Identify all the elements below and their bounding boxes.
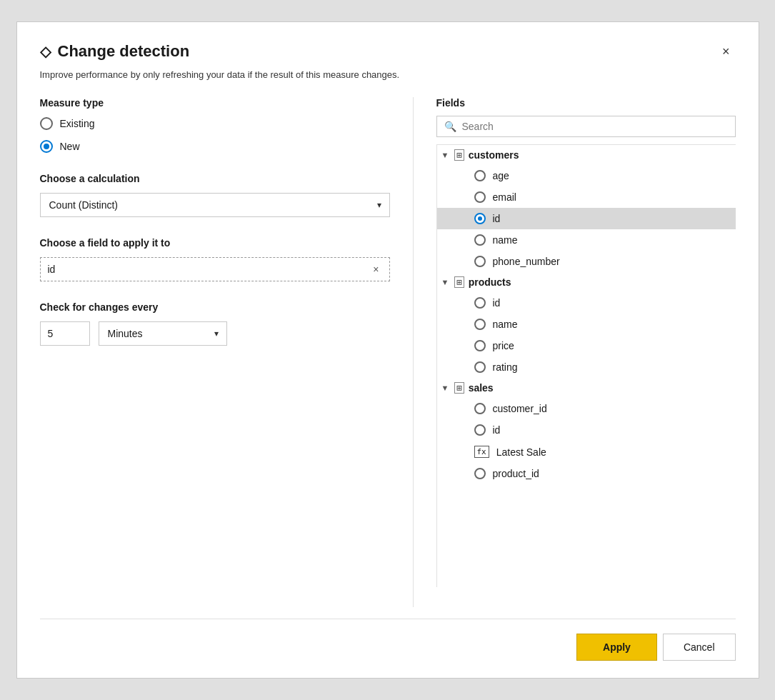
dialog-header: ◇ Change detection ×: [40, 42, 736, 61]
right-panel: Fields 🔍 ▼ ⊞ customers age: [436, 97, 736, 607]
field-label-customers-phone: phone_number: [493, 256, 560, 267]
field-input-wrapper: id ×: [40, 257, 390, 281]
table-group-sales: ▼ ⊞ sales customer_id id fx Latest S: [437, 378, 736, 484]
interval-section: Check for changes every Seconds Minutes …: [40, 301, 390, 346]
field-label-customers-id: id: [493, 213, 501, 224]
radio-existing-circle: [40, 117, 53, 130]
field-customers-email[interactable]: email: [437, 186, 736, 208]
field-label-customers-name: name: [493, 234, 518, 246]
dialog-body: Measure type Existing New Choose a calcu…: [40, 97, 736, 607]
close-button[interactable]: ×: [716, 42, 736, 61]
search-input[interactable]: [462, 121, 728, 132]
fields-list: ▼ ⊞ customers age email id: [436, 144, 736, 587]
search-icon: 🔍: [444, 121, 456, 132]
calculation-label: Choose a calculation: [40, 173, 390, 184]
field-sales-customer-id[interactable]: customer_id: [437, 398, 736, 419]
table-name-customers: customers: [469, 149, 519, 161]
vertical-divider: [413, 97, 414, 607]
fields-title: Fields: [436, 97, 736, 109]
change-detection-dialog: ◇ Change detection × Improve performance…: [16, 21, 759, 679]
dialog-title-text: Change detection: [58, 42, 190, 61]
calculation-select[interactable]: Count (Distinct) Count Sum Average Min M…: [40, 193, 390, 217]
field-label-customers-email: email: [493, 191, 516, 203]
radio-existing-label: Existing: [60, 118, 95, 129]
dialog-subtitle: Improve performance by only refreshing y…: [40, 69, 736, 80]
field-clear-button[interactable]: ×: [370, 264, 381, 275]
interval-label: Check for changes every: [40, 301, 390, 313]
field-products-id[interactable]: id: [437, 292, 736, 314]
field-radio-sales-product-id: [474, 468, 486, 479]
table-header-products[interactable]: ▼ ⊞ products: [437, 272, 736, 292]
chevron-products: ▼: [441, 278, 449, 286]
table-header-sales[interactable]: ▼ ⊞ sales: [437, 378, 736, 398]
search-box: 🔍: [436, 116, 736, 137]
field-label-sales-customer-id: customer_id: [493, 403, 547, 414]
field-radio-products-id: [474, 297, 486, 309]
diamond-icon: ◇: [40, 43, 51, 60]
field-label-products-name: name: [493, 319, 518, 330]
measure-type-label: Measure type: [40, 97, 390, 109]
left-panel: Measure type Existing New Choose a calcu…: [40, 97, 390, 607]
field-label-sales-product-id: product_id: [493, 468, 539, 479]
table-icon-customers: ⊞: [454, 149, 464, 161]
measure-sales-latest-sale[interactable]: fx Latest Sale: [437, 441, 736, 463]
table-name-products: products: [469, 276, 511, 288]
field-products-name[interactable]: name: [437, 314, 736, 335]
field-products-rating[interactable]: rating: [437, 356, 736, 378]
chevron-sales: ▼: [441, 384, 449, 392]
apply-button[interactable]: Apply: [576, 634, 657, 661]
measure-icon-latest-sale: fx: [474, 446, 489, 458]
radio-new[interactable]: New: [40, 140, 390, 153]
field-label-products-id: id: [493, 297, 501, 309]
table-group-products: ▼ ⊞ products id name price: [437, 272, 736, 378]
field-label-customers-age: age: [493, 170, 509, 181]
dialog-footer: Apply Cancel: [40, 619, 736, 661]
calculation-section: Choose a calculation Count (Distinct) Co…: [40, 173, 390, 217]
field-section: Choose a field to apply it to id ×: [40, 237, 390, 281]
radio-new-circle: [40, 140, 53, 153]
field-radio-customers-age: [474, 170, 486, 181]
field-radio-customers-phone: [474, 256, 486, 267]
field-radio-customers-id: [474, 213, 486, 224]
field-label-products-price: price: [493, 340, 514, 351]
field-products-price[interactable]: price: [437, 335, 736, 356]
field-radio-customers-name: [474, 234, 486, 246]
chevron-customers: ▼: [441, 151, 449, 159]
field-radio-sales-customer-id: [474, 403, 486, 414]
field-radio-customers-email: [474, 191, 486, 203]
field-customers-name[interactable]: name: [437, 229, 736, 251]
table-group-customers: ▼ ⊞ customers age email id: [437, 145, 736, 272]
interval-row: Seconds Minutes Hours ▾: [40, 321, 390, 346]
field-radio-products-name: [474, 319, 486, 330]
measure-type-radio-group: Existing New: [40, 117, 390, 153]
table-name-sales: sales: [469, 382, 494, 394]
interval-unit-select[interactable]: Seconds Minutes Hours: [99, 321, 227, 346]
field-customers-phone[interactable]: phone_number: [437, 251, 736, 272]
field-radio-products-price: [474, 340, 486, 351]
calculation-select-wrapper: Count (Distinct) Count Sum Average Min M…: [40, 193, 390, 217]
field-radio-products-rating: [474, 361, 486, 373]
field-sales-id[interactable]: id: [437, 419, 736, 441]
dialog-title: ◇ Change detection: [40, 42, 190, 61]
radio-existing[interactable]: Existing: [40, 117, 390, 130]
field-label-products-rating: rating: [493, 361, 518, 373]
table-icon-sales: ⊞: [454, 382, 464, 394]
cancel-button[interactable]: Cancel: [663, 634, 736, 661]
interval-number-input[interactable]: [40, 321, 90, 346]
field-sales-product-id[interactable]: product_id: [437, 463, 736, 484]
field-label: Choose a field to apply it to: [40, 237, 390, 249]
table-icon-products: ⊞: [454, 276, 464, 288]
field-customers-id[interactable]: id: [437, 208, 736, 229]
interval-unit-wrapper: Seconds Minutes Hours ▾: [99, 321, 227, 346]
field-input-value: id: [48, 264, 56, 275]
measure-label-latest-sale: Latest Sale: [496, 446, 546, 458]
radio-new-label: New: [60, 141, 80, 152]
table-header-customers[interactable]: ▼ ⊞ customers: [437, 145, 736, 165]
field-customers-age[interactable]: age: [437, 165, 736, 186]
field-radio-sales-id: [474, 424, 486, 436]
field-label-sales-id: id: [493, 424, 501, 436]
